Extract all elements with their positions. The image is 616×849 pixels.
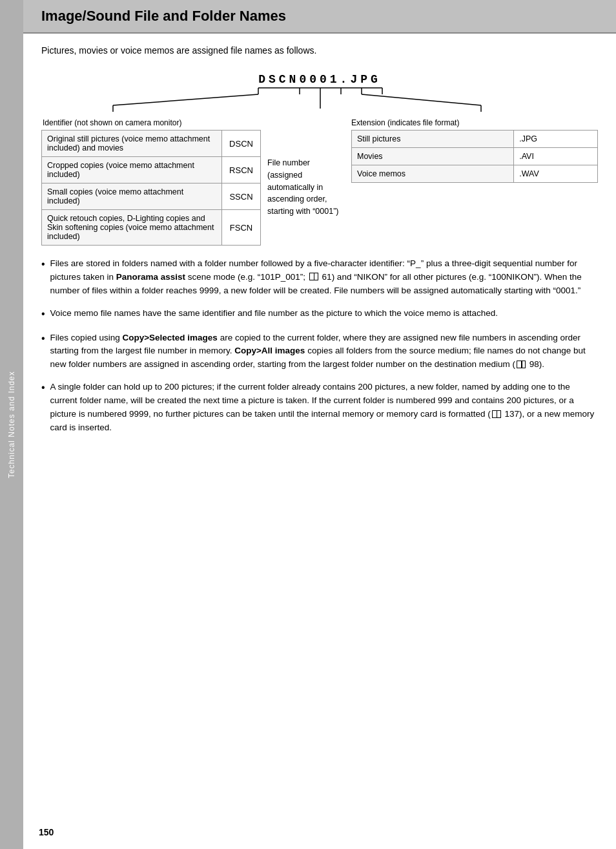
bullet-text: A single folder can hold up to 200 pictu… — [50, 381, 598, 435]
svg-line-4 — [113, 94, 258, 105]
bullet-text: Files are stored in folders named with a… — [50, 257, 598, 298]
extension-type: Voice memos — [352, 165, 514, 183]
bullet-text: Files copied using Copy>Selected images … — [50, 331, 598, 372]
sidebar-label: Technical Notes and Index — [7, 371, 16, 478]
extension-ext: .JPG — [514, 131, 598, 148]
intro-text: Pictures, movies or voice memos are assi… — [41, 45, 598, 56]
table-row: Small copies (voice memo attachment incl… — [42, 183, 261, 210]
page-title: Image/Sound File and Folder Names — [41, 8, 598, 25]
table-row: Movies .AVI — [352, 148, 598, 165]
book-icon — [309, 273, 318, 280]
page-header: Image/Sound File and Folder Names — [23, 0, 616, 34]
book-icon — [492, 410, 501, 418]
list-item: • Files are stored in folders named with… — [41, 257, 598, 298]
file-number-note: File number (assigned automatically in a… — [267, 157, 345, 218]
table-row: Cropped copies (voice memo attachment in… — [42, 157, 261, 183]
book-icon — [517, 361, 526, 368]
tables-row: Identifier (not shown on camera monitor)… — [41, 118, 598, 246]
content: Image/Sound File and Folder Names Pictur… — [23, 0, 616, 849]
file-number-section: File number (assigned automatically in a… — [261, 118, 351, 220]
extension-type: Still pictures — [352, 131, 514, 148]
identifier-desc: Small copies (voice memo attachment incl… — [42, 183, 222, 210]
table-row: Quick retouch copies, D-Lighting copies … — [42, 210, 261, 246]
sidebar: Technical Notes and Index — [0, 0, 23, 849]
page: Technical Notes and Index Image/Sound Fi… — [0, 0, 616, 849]
bullet-marker: • — [41, 306, 45, 322]
identifier-label: Identifier (not shown on camera monitor) — [41, 118, 261, 127]
identifier-code: FSCN — [222, 210, 261, 246]
identifier-desc: Original still pictures (voice memo atta… — [42, 131, 222, 157]
identifier-code: SSCN — [222, 183, 261, 210]
extension-type: Movies — [352, 148, 514, 165]
identifier-section: Identifier (not shown on camera monitor)… — [41, 118, 261, 246]
bullet-marker: • — [41, 257, 45, 273]
identifier-code: RSCN — [222, 157, 261, 183]
main-content: Pictures, movies or voice memos are assi… — [23, 34, 616, 849]
bullet-text: Voice memo file names have the same iden… — [50, 307, 598, 320]
identifier-desc: Cropped copies (voice memo attachment in… — [42, 157, 222, 183]
extension-ext: .WAV — [514, 165, 598, 183]
bullet-marker: • — [41, 331, 45, 347]
table-row: Still pictures .JPG — [352, 131, 598, 148]
bullet-list: • Files are stored in folders named with… — [41, 257, 598, 435]
extension-label: Extension (indicates file format) — [351, 118, 598, 127]
identifier-desc: Quick retouch copies, D-Lighting copies … — [42, 210, 222, 246]
svg-line-13 — [362, 94, 481, 105]
extension-table: Still pictures .JPG Movies .AVI Voice me… — [351, 130, 598, 183]
identifier-table: Original still pictures (voice memo atta… — [41, 130, 261, 246]
table-row: Original still pictures (voice memo atta… — [42, 131, 261, 157]
list-item: • Voice memo file names have the same id… — [41, 307, 598, 322]
list-item: • Files copied using Copy>Selected image… — [41, 331, 598, 372]
filename-diagram: DSCN0001.JPG — [41, 70, 598, 246]
list-item: • A single folder can hold up to 200 pic… — [41, 381, 598, 435]
extension-section: Extension (indicates file format) Still … — [351, 118, 598, 183]
bullet-marker: • — [41, 380, 45, 396]
svg-text:DSCN0001.JPG: DSCN0001.JPG — [258, 73, 381, 86]
bullet-section: • Files are stored in folders named with… — [41, 257, 598, 435]
table-row: Voice memos .WAV — [352, 165, 598, 183]
diagram-svg: DSCN0001.JPG — [41, 70, 598, 118]
page-number: 150 — [39, 827, 54, 837]
identifier-code: DSCN — [222, 131, 261, 157]
extension-ext: .AVI — [514, 148, 598, 165]
